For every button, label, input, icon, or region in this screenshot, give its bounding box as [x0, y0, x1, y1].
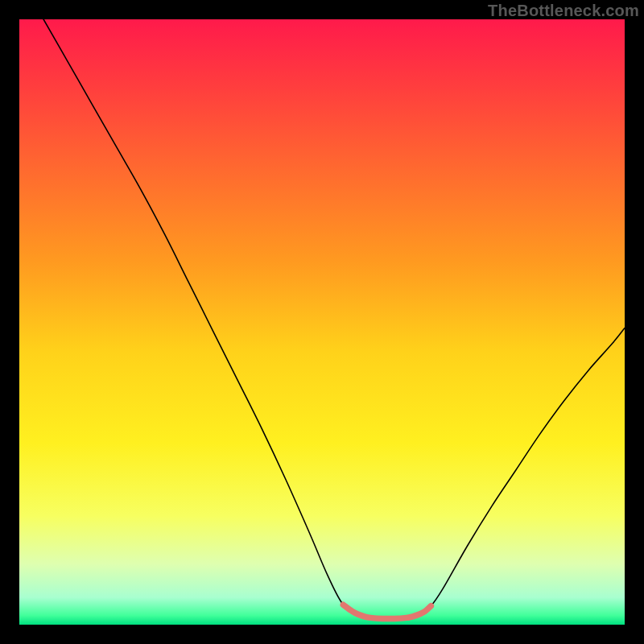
- watermark-text: TheBottleneck.com: [488, 2, 639, 20]
- bottleneck-chart: [19, 19, 625, 625]
- chart-frame: TheBottleneck.com: [0, 0, 644, 644]
- gradient-background: [19, 19, 625, 625]
- plot-area: [19, 19, 625, 625]
